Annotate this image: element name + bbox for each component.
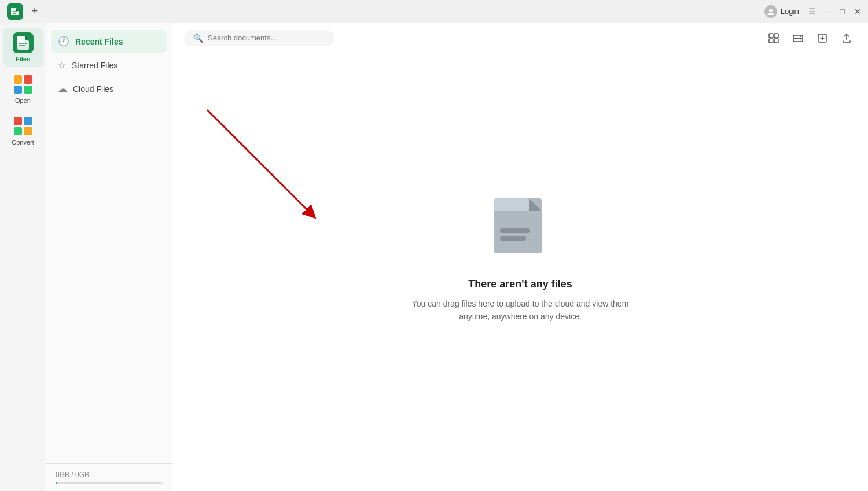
window-controls: ☰ ─ □ ✕ <box>808 8 861 16</box>
grid-view-button[interactable] <box>764 28 784 48</box>
sidebar-item-cloud[interactable]: ☁ Cloud Files <box>51 77 167 100</box>
empty-state-title: There aren't any files <box>468 278 572 290</box>
svg-point-16 <box>800 36 801 37</box>
convert-icon <box>13 116 34 136</box>
add-button[interactable] <box>812 28 832 48</box>
nav-item-convert[interactable]: Convert <box>3 111 43 150</box>
sidebar-footer: 0GB / 0GB <box>46 463 172 491</box>
open-icon <box>13 74 34 95</box>
sidebar-item-recent[interactable]: 🕐 Recent Files <box>51 30 167 53</box>
toolbar: 🔍 <box>172 23 868 53</box>
nav-open-label: Open <box>15 97 31 104</box>
recent-icon: 🕐 <box>58 36 69 47</box>
nav-files-label: Files <box>16 56 30 62</box>
cloud-icon: ☁ <box>58 83 67 94</box>
nav-item-files[interactable]: Files <box>3 28 43 67</box>
sidebar-item-starred[interactable]: ☆ Starred Files <box>51 54 167 76</box>
search-input[interactable] <box>208 34 323 42</box>
storage-button[interactable] <box>788 28 808 48</box>
login-label: Login <box>781 7 799 16</box>
minimize-button[interactable]: ─ <box>825 8 831 16</box>
svg-rect-12 <box>769 39 773 43</box>
search-icon: 🔍 <box>193 34 203 43</box>
svg-rect-24 <box>494 198 529 211</box>
storage-label: 0GB / 0GB <box>56 471 89 479</box>
sidebar-starred-label: Starred Files <box>72 61 117 70</box>
svg-point-3 <box>769 9 773 12</box>
star-icon: ☆ <box>58 60 66 71</box>
files-icon <box>13 32 34 53</box>
titlebar-right: Login ☰ ─ □ ✕ <box>764 5 861 18</box>
storage-progress-bar <box>56 482 163 484</box>
svg-rect-7 <box>17 40 29 50</box>
svg-rect-10 <box>769 34 773 38</box>
titlebar-left: + <box>7 3 42 20</box>
new-tab-button[interactable]: + <box>28 5 42 19</box>
svg-point-17 <box>800 39 801 40</box>
menu-button[interactable]: ☰ <box>808 8 816 16</box>
svg-rect-13 <box>774 39 778 43</box>
search-bar[interactable]: 🔍 <box>184 30 334 46</box>
app-logo <box>7 3 23 20</box>
sidebar-nav: 🕐 Recent Files ☆ Starred Files ☁ Cloud F… <box>46 23 172 463</box>
nav-item-open[interactable]: Open <box>3 69 43 109</box>
login-button[interactable]: Login <box>764 5 799 18</box>
close-button[interactable]: ✕ <box>854 8 861 16</box>
sidebar-recent-label: Recent Files <box>75 37 123 46</box>
empty-state-icon <box>486 187 555 264</box>
app-body: Files Open <box>0 23 868 491</box>
nav-convert-label: Convert <box>12 139 34 146</box>
maximize-button[interactable]: □ <box>840 8 845 16</box>
icon-nav: Files Open <box>0 23 46 491</box>
svg-rect-23 <box>500 236 526 241</box>
storage-progress-fill <box>56 482 57 484</box>
svg-rect-11 <box>774 34 778 38</box>
user-icon <box>764 5 777 18</box>
upload-button[interactable] <box>837 28 856 48</box>
sidebar-cloud-label: Cloud Files <box>73 84 113 94</box>
empty-state-description: You can drag files here to upload to the… <box>399 297 642 323</box>
secondary-sidebar: 🕐 Recent Files ☆ Starred Files ☁ Cloud F… <box>46 23 172 491</box>
main-content: 🔍 <box>172 23 868 491</box>
svg-rect-22 <box>500 228 530 233</box>
empty-state: There aren't any files You can drag file… <box>172 53 868 491</box>
titlebar: + Login ☰ ─ □ ✕ <box>0 0 868 23</box>
toolbar-actions <box>764 28 856 48</box>
